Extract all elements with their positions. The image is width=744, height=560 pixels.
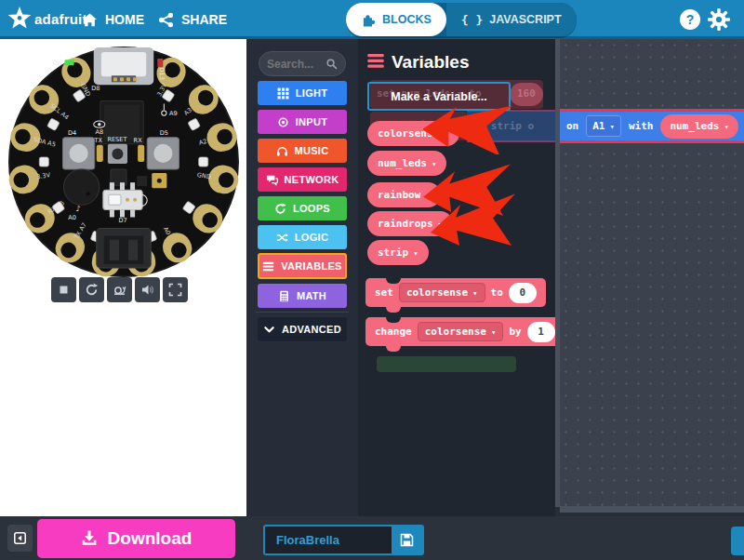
- stop-icon: [57, 283, 71, 297]
- variable-pill-label: rainbow: [378, 189, 420, 201]
- variable-pill-raindrops[interactable]: raindrops▾: [367, 211, 453, 236]
- make-a-variable-button[interactable]: Make a Variable...: [367, 82, 511, 111]
- dropdown-arrow-icon: ▾: [438, 220, 443, 229]
- toolbox-category-math[interactable]: MATH: [258, 284, 347, 308]
- stop-button[interactable]: [51, 277, 76, 302]
- flyout-title: Variables: [392, 52, 469, 73]
- dropdown-arrow-icon: ▾: [444, 129, 448, 139]
- dimmed-green-block: [377, 356, 516, 372]
- number-input[interactable]: 0: [509, 283, 537, 303]
- search-input[interactable]: [267, 58, 326, 71]
- variable-pill-num-leds[interactable]: num_leds ▾: [660, 114, 737, 139]
- search-icon: [326, 58, 338, 70]
- slow-motion-button[interactable]: [107, 277, 132, 302]
- svg-text:D8: D8: [91, 85, 100, 92]
- block-notch: [386, 278, 401, 284]
- share-icon: [158, 12, 174, 28]
- blocks-tab-label: BLOCKS: [382, 13, 432, 26]
- change-variable-block[interactable]: change colorsense ▾ by 1: [365, 317, 555, 346]
- svg-text:RX: RX: [134, 137, 143, 144]
- simulator-toolbar: [51, 277, 188, 302]
- loop-icon: [274, 203, 286, 215]
- category-label: INPUT: [296, 116, 328, 127]
- snail-icon: [113, 283, 126, 297]
- svg-text:D13: D13: [158, 68, 166, 80]
- vertical-scrollbar[interactable]: [555, 39, 560, 507]
- tx-pad: [97, 145, 103, 162]
- button-a[interactable]: [62, 138, 94, 169]
- variable-pill-strip[interactable]: strip▾: [367, 240, 429, 265]
- target-icon: [277, 116, 289, 128]
- help-button[interactable]: ?: [680, 9, 700, 30]
- restart-button[interactable]: [79, 277, 104, 302]
- puzzle-icon: [361, 12, 376, 27]
- speaker-component: [63, 169, 99, 205]
- settings-button[interactable]: [708, 8, 730, 31]
- category-label: VARIABLES: [281, 260, 341, 272]
- toolbox-category-loops[interactable]: LOOPS: [258, 196, 347, 220]
- toolbox-category-music[interactable]: MUSIC: [258, 139, 347, 163]
- question-icon: ?: [686, 12, 695, 27]
- number-input[interactable]: 1: [527, 322, 555, 342]
- button-b[interactable]: [147, 138, 179, 169]
- adafruit-star-icon: [7, 7, 32, 31]
- share-button[interactable]: SHARE: [149, 0, 236, 39]
- circuit-playground-board[interactable]: GNDSCL A4SDA A53.3VRX A6TX A7GND3.3VA3A2…: [7, 45, 241, 279]
- bottom-bar: Download: [0, 516, 744, 560]
- rx-pad: [138, 145, 144, 162]
- variable-pill-num_leds[interactable]: num_leds▾: [367, 151, 446, 176]
- collapse-simulator-button[interactable]: [7, 525, 33, 552]
- collapse-icon: [13, 531, 27, 545]
- home-button[interactable]: HOME: [73, 0, 153, 39]
- to-keyword: to: [491, 287, 503, 299]
- toolbox-category-variables[interactable]: VARIABLES: [258, 253, 347, 279]
- category-label: MATH: [297, 290, 326, 301]
- toolbox-category-input[interactable]: INPUT: [258, 110, 347, 134]
- dropdown-arrow-icon: ▾: [413, 248, 418, 258]
- download-button[interactable]: Download: [37, 519, 235, 558]
- makecode-app: adafruit HOME SHARE BLOCKS { } JAVASCRIP…: [0, 0, 744, 560]
- toolbox-divider: [256, 312, 349, 313]
- toolbox-category-logic[interactable]: LOGIC: [258, 225, 347, 249]
- fullscreen-button[interactable]: [163, 277, 188, 302]
- toolbox-category-light[interactable]: LIGHT: [258, 81, 347, 105]
- lines-icon: [262, 260, 274, 273]
- home-icon: [82, 12, 98, 28]
- variable-pill-rainbow[interactable]: rainbow▾: [367, 182, 441, 207]
- variable-pill-label: raindrops: [378, 218, 433, 230]
- dropdown-arrow-icon: ▾: [432, 159, 436, 168]
- on-keyword: on: [566, 120, 578, 132]
- dropdown-arrow-icon: ▾: [610, 122, 615, 131]
- svg-text:A9: A9: [169, 110, 178, 117]
- undo-button[interactable]: [731, 527, 744, 555]
- workspace[interactable]: on A1 ▾ with num_leds ▾ pix: [555, 39, 744, 516]
- d13-led: [157, 59, 163, 67]
- tab-javascript[interactable]: { } JAVASCRIPT: [446, 3, 577, 36]
- headphones-icon: [276, 145, 288, 157]
- variable-dropdown[interactable]: colorsense ▾: [418, 322, 504, 341]
- project-name-input[interactable]: [265, 527, 392, 553]
- variable-dropdown[interactable]: colorsense ▾: [399, 283, 485, 302]
- music-note-glyph: ♪: [76, 205, 81, 213]
- expand-icon: [168, 283, 182, 297]
- simulator-panel: GNDSCL A4SDA A53.3VRX A6TX A7GND3.3VA3A2…: [0, 39, 246, 516]
- set-variable-block[interactable]: set colorsense ▾ to 0: [365, 278, 546, 307]
- toolbox-search[interactable]: [259, 51, 346, 76]
- block-toolbox: LIGHTINPUTMUSICNETWORKLOOPSLOGICVARIABLE…: [246, 39, 358, 516]
- reset-button[interactable]: [108, 144, 127, 164]
- tab-blocks[interactable]: BLOCKS: [346, 3, 446, 36]
- create-strip-block[interactable]: on A1 ▾ with num_leds ▾ pix: [560, 109, 744, 143]
- horizontal-scrollbar[interactable]: [560, 506, 744, 513]
- save-project-button[interactable]: [392, 527, 422, 553]
- braces-icon: { }: [461, 13, 483, 27]
- svg-text:A8: A8: [95, 128, 103, 136]
- top-menu-bar: adafruit HOME SHARE BLOCKS { } JAVASCRIP…: [0, 0, 744, 39]
- toolbox-category-network[interactable]: NETWORK: [258, 167, 347, 192]
- block-notch: [386, 317, 401, 323]
- pin-dropdown[interactable]: A1 ▾: [586, 115, 621, 137]
- svg-text:D7: D7: [118, 217, 126, 224]
- chevron-down-icon: [263, 324, 275, 336]
- mute-button[interactable]: [135, 277, 160, 302]
- variable-pill-colorsense[interactable]: colorsense▾: [367, 121, 459, 146]
- toolbox-category-advanced[interactable]: ADVANCED: [258, 317, 347, 341]
